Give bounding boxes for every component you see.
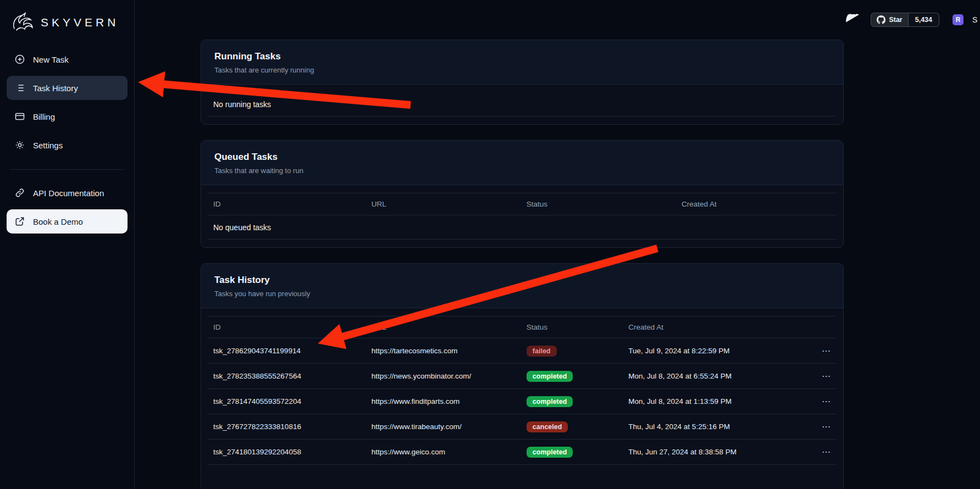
row-actions-button[interactable]: ⋯ xyxy=(806,421,831,432)
sidebar-item-label: Book a Demo xyxy=(33,217,83,226)
cell-url: https://tartecosmetics.com xyxy=(372,347,527,355)
sidebar-item-label: New Task xyxy=(33,55,69,64)
main-content: Running Tasks Tasks that are currently r… xyxy=(201,40,844,489)
brand-name: SKYVERN xyxy=(41,16,119,29)
cell-url: https://www.tirabeauty.com/ xyxy=(372,423,527,431)
column-header-url: URL xyxy=(372,323,527,331)
sidebar-item-label: API Documentation xyxy=(33,188,104,198)
running-tasks-content: No running tasks xyxy=(201,85,843,124)
sidebar-item-label: Settings xyxy=(33,141,63,150)
task-history-table: ID URL Status Created At tsk_27862904374… xyxy=(208,316,837,465)
column-header-status: Status xyxy=(527,323,628,331)
column-header-status: Status xyxy=(527,200,682,208)
skyvern-dragon-icon xyxy=(11,12,35,33)
sidebar-item-task-history[interactable]: Task History xyxy=(7,76,128,100)
card-title: Queued Tasks xyxy=(214,152,830,163)
status-badge: failed xyxy=(527,346,557,357)
cell-task-id: tsk_276727822333810816 xyxy=(213,423,372,431)
sidebar-item-book-a-demo[interactable]: Book a Demo xyxy=(7,209,128,234)
github-icon xyxy=(877,15,885,24)
cell-created-at: Mon, Jul 8, 2024 at 6:55:24 PM xyxy=(628,372,806,380)
github-star-widget[interactable]: Star 5,434 xyxy=(871,13,939,27)
cell-task-id: tsk_278147405593572204 xyxy=(213,397,372,405)
cell-task-id: tsk_278629043741199914 xyxy=(213,347,372,355)
task-history-card: Task History Tasks you have run previous… xyxy=(201,263,844,489)
task-history-content: ID URL Status Created At tsk_27862904374… xyxy=(201,308,843,473)
running-tasks-header: Running Tasks Tasks that are currently r… xyxy=(201,40,843,85)
cell-created-at: Tue, Jul 9, 2024 at 8:22:59 PM xyxy=(628,347,806,355)
table-row[interactable]: tsk_278235388555267564 https://news.ycom… xyxy=(208,364,837,389)
sidebar-item-label: Billing xyxy=(33,112,55,121)
table-row[interactable]: tsk_276727822333810816 https://www.tirab… xyxy=(208,414,837,440)
cell-task-id: tsk_278235388555267564 xyxy=(213,372,372,380)
external-link-icon xyxy=(14,216,25,227)
column-header-created-at: Created At xyxy=(628,323,806,331)
queued-tasks-card: Queued Tasks Tasks that are waiting to r… xyxy=(201,140,844,248)
card-subtitle: Tasks that are currently running xyxy=(214,66,830,74)
table-header-row: ID URL Status Created At xyxy=(208,316,837,338)
table-row[interactable]: tsk_278629043741199914 https://tartecosm… xyxy=(208,338,837,364)
column-header-id: ID xyxy=(213,323,372,331)
row-actions-button[interactable]: ⋯ xyxy=(806,396,831,407)
sidebar-item-settings[interactable]: Settings xyxy=(7,133,128,157)
queued-tasks-content: ID URL Status Created At No queued tasks xyxy=(201,185,843,247)
row-actions-button[interactable]: ⋯ xyxy=(806,346,831,356)
task-history-header: Task History Tasks you have run previous… xyxy=(201,264,843,308)
sidebar-divider xyxy=(10,169,124,170)
status-badge: completed xyxy=(527,447,573,458)
user-name-clipped: S xyxy=(972,15,980,24)
column-header-id: ID xyxy=(213,200,372,208)
sidebar-item-new-task[interactable]: New Task xyxy=(7,47,128,71)
cell-task-id: tsk_274180139292204058 xyxy=(213,448,372,456)
sidebar-item-label: Task History xyxy=(33,84,78,93)
column-header-created-at: Created At xyxy=(682,200,831,208)
table-row[interactable]: tsk_278147405593572204 https://www.findi… xyxy=(208,389,837,414)
discord-icon[interactable] xyxy=(845,13,862,26)
status-badge: canceled xyxy=(527,421,568,432)
column-header-url: URL xyxy=(372,200,527,208)
topbar: Star 5,434 R S xyxy=(135,9,980,31)
card-subtitle: Tasks that are waiting to run xyxy=(214,166,830,175)
github-star-label: Star xyxy=(889,16,902,24)
running-tasks-card: Running Tasks Tasks that are currently r… xyxy=(201,40,844,125)
credit-card-icon xyxy=(14,111,25,122)
github-star-button[interactable]: Star xyxy=(871,13,908,27)
gear-icon xyxy=(14,140,25,151)
history-table-body: tsk_278629043741199914 https://tartecosm… xyxy=(208,338,837,465)
sidebar-item-billing[interactable]: Billing xyxy=(7,104,128,129)
skyvern-logo[interactable]: SKYVERN xyxy=(7,10,128,47)
cell-created-at: Mon, Jul 8, 2024 at 1:13:59 PM xyxy=(628,397,806,405)
user-avatar[interactable]: R xyxy=(953,14,964,25)
row-actions-button[interactable]: ⋯ xyxy=(806,371,831,381)
card-title: Running Tasks xyxy=(214,51,830,62)
card-title: Task History xyxy=(214,275,830,286)
queued-tasks-empty: No queued tasks xyxy=(208,215,837,240)
queued-tasks-header: Queued Tasks Tasks that are waiting to r… xyxy=(201,141,843,185)
running-tasks-empty: No running tasks xyxy=(208,92,837,116)
cell-url: https://www.geico.com xyxy=(372,448,527,456)
queued-tasks-table: ID URL Status Created At No queued tasks xyxy=(208,193,837,240)
link-icon xyxy=(14,187,25,198)
cell-url: https://www.finditparts.com xyxy=(372,397,527,405)
sidebar: SKYVERN New Task Task History Billing Se… xyxy=(0,0,135,489)
github-star-count[interactable]: 5,434 xyxy=(909,13,939,27)
plus-circle-icon xyxy=(14,54,25,65)
sidebar-item-api-documentation[interactable]: API Documentation xyxy=(7,181,128,205)
table-row[interactable]: tsk_274180139292204058 https://www.geico… xyxy=(208,440,837,465)
status-badge: completed xyxy=(527,371,573,382)
cell-created-at: Thu, Jul 4, 2024 at 5:25:16 PM xyxy=(628,423,806,431)
table-header-row: ID URL Status Created At xyxy=(208,193,837,215)
cell-created-at: Thu, Jun 27, 2024 at 8:38:58 PM xyxy=(628,448,806,456)
row-actions-button[interactable]: ⋯ xyxy=(806,447,831,457)
status-badge: completed xyxy=(527,396,573,407)
cell-url: https://news.ycombinator.com/ xyxy=(372,372,527,380)
card-subtitle: Tasks you have run previously xyxy=(214,290,830,298)
list-icon xyxy=(14,82,25,93)
